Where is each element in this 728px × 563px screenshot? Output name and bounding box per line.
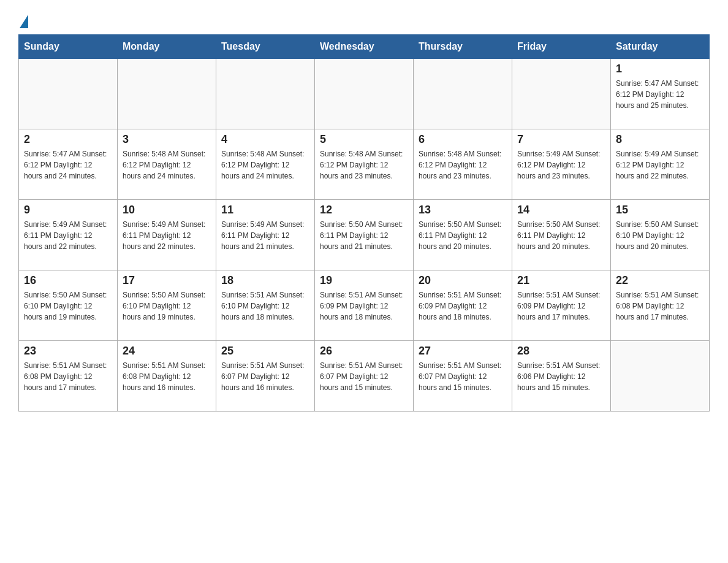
calendar-table: SundayMondayTuesdayWednesdayThursdayFrid… xyxy=(18,34,710,412)
day-number: 25 xyxy=(221,345,309,358)
day-number: 20 xyxy=(419,274,507,287)
weekday-header-tuesday: Tuesday xyxy=(216,35,315,59)
calendar-cell: 17Sunrise: 5:50 AM Sunset: 6:10 PM Dayli… xyxy=(118,270,216,341)
calendar-cell: 22Sunrise: 5:51 AM Sunset: 6:08 PM Dayli… xyxy=(611,270,710,341)
logo xyxy=(18,12,28,28)
day-number: 23 xyxy=(24,345,112,358)
calendar-cell: 10Sunrise: 5:49 AM Sunset: 6:11 PM Dayli… xyxy=(118,200,216,270)
day-number: 7 xyxy=(517,133,605,146)
weekday-header-sunday: Sunday xyxy=(19,35,118,59)
day-info: Sunrise: 5:51 AM Sunset: 6:07 PM Dayligh… xyxy=(320,360,408,393)
calendar-week-row: 23Sunrise: 5:51 AM Sunset: 6:08 PM Dayli… xyxy=(19,341,710,412)
day-number: 26 xyxy=(320,345,408,358)
calendar-cell xyxy=(414,59,512,129)
calendar-cell: 7Sunrise: 5:49 AM Sunset: 6:12 PM Daylig… xyxy=(512,129,611,200)
day-info: Sunrise: 5:51 AM Sunset: 6:09 PM Dayligh… xyxy=(320,289,408,323)
calendar-cell: 24Sunrise: 5:51 AM Sunset: 6:08 PM Dayli… xyxy=(118,341,216,412)
day-info: Sunrise: 5:48 AM Sunset: 6:12 PM Dayligh… xyxy=(419,148,507,182)
calendar-cell xyxy=(19,59,118,129)
day-number: 8 xyxy=(616,133,704,146)
day-number: 1 xyxy=(616,63,704,75)
calendar-cell: 16Sunrise: 5:50 AM Sunset: 6:10 PM Dayli… xyxy=(19,270,118,341)
calendar-cell: 28Sunrise: 5:51 AM Sunset: 6:06 PM Dayli… xyxy=(512,341,611,412)
day-info: Sunrise: 5:51 AM Sunset: 6:08 PM Dayligh… xyxy=(616,289,704,323)
day-info: Sunrise: 5:47 AM Sunset: 6:12 PM Dayligh… xyxy=(24,148,112,182)
day-number: 22 xyxy=(616,274,704,287)
page-header xyxy=(18,12,710,28)
day-number: 12 xyxy=(320,204,408,216)
weekday-header-thursday: Thursday xyxy=(414,35,512,59)
weekday-header-friday: Friday xyxy=(512,35,611,59)
day-info: Sunrise: 5:51 AM Sunset: 6:07 PM Dayligh… xyxy=(221,360,309,393)
day-number: 27 xyxy=(419,345,507,358)
calendar-cell: 5Sunrise: 5:48 AM Sunset: 6:12 PM Daylig… xyxy=(315,129,414,200)
day-info: Sunrise: 5:51 AM Sunset: 6:08 PM Dayligh… xyxy=(24,360,112,393)
calendar-week-row: 16Sunrise: 5:50 AM Sunset: 6:10 PM Dayli… xyxy=(19,270,710,341)
day-number: 21 xyxy=(517,274,605,287)
day-info: Sunrise: 5:51 AM Sunset: 6:09 PM Dayligh… xyxy=(419,289,507,323)
calendar-cell: 12Sunrise: 5:50 AM Sunset: 6:11 PM Dayli… xyxy=(315,200,414,270)
calendar-cell xyxy=(611,341,710,412)
day-info: Sunrise: 5:50 AM Sunset: 6:11 PM Dayligh… xyxy=(517,219,605,252)
day-number: 9 xyxy=(24,204,112,216)
calendar-cell: 13Sunrise: 5:50 AM Sunset: 6:11 PM Dayli… xyxy=(414,200,512,270)
calendar-cell xyxy=(512,59,611,129)
day-info: Sunrise: 5:49 AM Sunset: 6:11 PM Dayligh… xyxy=(123,219,211,252)
day-number: 6 xyxy=(419,133,507,146)
calendar-cell: 6Sunrise: 5:48 AM Sunset: 6:12 PM Daylig… xyxy=(414,129,512,200)
day-number: 3 xyxy=(123,133,211,146)
day-info: Sunrise: 5:49 AM Sunset: 6:11 PM Dayligh… xyxy=(221,219,309,252)
day-number: 11 xyxy=(221,204,309,216)
day-info: Sunrise: 5:49 AM Sunset: 6:12 PM Dayligh… xyxy=(517,148,605,182)
weekday-header-saturday: Saturday xyxy=(611,35,710,59)
day-number: 14 xyxy=(517,204,605,216)
day-number: 24 xyxy=(123,345,211,358)
day-number: 18 xyxy=(221,274,309,287)
calendar-cell: 15Sunrise: 5:50 AM Sunset: 6:10 PM Dayli… xyxy=(611,200,710,270)
calendar-cell: 19Sunrise: 5:51 AM Sunset: 6:09 PM Dayli… xyxy=(315,270,414,341)
day-info: Sunrise: 5:50 AM Sunset: 6:11 PM Dayligh… xyxy=(320,219,408,252)
day-info: Sunrise: 5:49 AM Sunset: 6:12 PM Dayligh… xyxy=(616,148,704,182)
calendar-cell: 26Sunrise: 5:51 AM Sunset: 6:07 PM Dayli… xyxy=(315,341,414,412)
weekday-header-wednesday: Wednesday xyxy=(315,35,414,59)
day-info: Sunrise: 5:50 AM Sunset: 6:10 PM Dayligh… xyxy=(616,219,704,252)
day-info: Sunrise: 5:49 AM Sunset: 6:11 PM Dayligh… xyxy=(24,219,112,252)
day-info: Sunrise: 5:50 AM Sunset: 6:10 PM Dayligh… xyxy=(24,289,112,323)
calendar-cell: 23Sunrise: 5:51 AM Sunset: 6:08 PM Dayli… xyxy=(19,341,118,412)
calendar-cell: 20Sunrise: 5:51 AM Sunset: 6:09 PM Dayli… xyxy=(414,270,512,341)
day-number: 17 xyxy=(123,274,211,287)
day-number: 28 xyxy=(517,345,605,358)
day-info: Sunrise: 5:51 AM Sunset: 6:06 PM Dayligh… xyxy=(517,360,605,393)
weekday-header-row: SundayMondayTuesdayWednesdayThursdayFrid… xyxy=(19,35,710,59)
calendar-week-row: 9Sunrise: 5:49 AM Sunset: 6:11 PM Daylig… xyxy=(19,200,710,270)
day-info: Sunrise: 5:47 AM Sunset: 6:12 PM Dayligh… xyxy=(616,78,704,111)
day-info: Sunrise: 5:51 AM Sunset: 6:07 PM Dayligh… xyxy=(419,360,507,393)
calendar-cell: 2Sunrise: 5:47 AM Sunset: 6:12 PM Daylig… xyxy=(19,129,118,200)
calendar-week-row: 2Sunrise: 5:47 AM Sunset: 6:12 PM Daylig… xyxy=(19,129,710,200)
day-info: Sunrise: 5:51 AM Sunset: 6:10 PM Dayligh… xyxy=(221,289,309,323)
calendar-cell: 21Sunrise: 5:51 AM Sunset: 6:09 PM Dayli… xyxy=(512,270,611,341)
calendar-cell: 9Sunrise: 5:49 AM Sunset: 6:11 PM Daylig… xyxy=(19,200,118,270)
day-number: 13 xyxy=(419,204,507,216)
day-info: Sunrise: 5:51 AM Sunset: 6:09 PM Dayligh… xyxy=(517,289,605,323)
calendar-cell: 8Sunrise: 5:49 AM Sunset: 6:12 PM Daylig… xyxy=(611,129,710,200)
calendar-cell: 14Sunrise: 5:50 AM Sunset: 6:11 PM Dayli… xyxy=(512,200,611,270)
day-info: Sunrise: 5:51 AM Sunset: 6:08 PM Dayligh… xyxy=(123,360,211,393)
day-info: Sunrise: 5:48 AM Sunset: 6:12 PM Dayligh… xyxy=(221,148,309,182)
day-info: Sunrise: 5:48 AM Sunset: 6:12 PM Dayligh… xyxy=(123,148,211,182)
calendar-cell: 4Sunrise: 5:48 AM Sunset: 6:12 PM Daylig… xyxy=(216,129,315,200)
day-info: Sunrise: 5:50 AM Sunset: 6:11 PM Dayligh… xyxy=(419,219,507,252)
day-number: 19 xyxy=(320,274,408,287)
day-info: Sunrise: 5:50 AM Sunset: 6:10 PM Dayligh… xyxy=(123,289,211,323)
calendar-cell xyxy=(118,59,216,129)
calendar-cell: 3Sunrise: 5:48 AM Sunset: 6:12 PM Daylig… xyxy=(118,129,216,200)
day-number: 5 xyxy=(320,133,408,146)
day-number: 4 xyxy=(221,133,309,146)
calendar-cell: 1Sunrise: 5:47 AM Sunset: 6:12 PM Daylig… xyxy=(611,59,710,129)
day-number: 2 xyxy=(24,133,112,146)
calendar-cell: 11Sunrise: 5:49 AM Sunset: 6:11 PM Dayli… xyxy=(216,200,315,270)
calendar-week-row: 1Sunrise: 5:47 AM Sunset: 6:12 PM Daylig… xyxy=(19,59,710,129)
calendar-cell: 18Sunrise: 5:51 AM Sunset: 6:10 PM Dayli… xyxy=(216,270,315,341)
calendar-cell: 27Sunrise: 5:51 AM Sunset: 6:07 PM Dayli… xyxy=(414,341,512,412)
day-number: 15 xyxy=(616,204,704,216)
